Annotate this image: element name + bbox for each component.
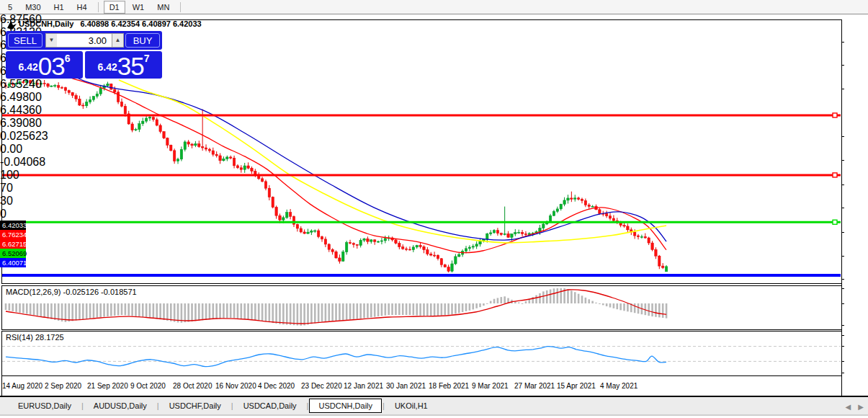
macd-bar xyxy=(198,303,200,321)
sell-button[interactable]: SELL xyxy=(8,33,42,48)
candle-body xyxy=(560,204,562,209)
sell-price-sup: 6 xyxy=(65,53,71,64)
macd-bar xyxy=(163,303,165,320)
candle-body xyxy=(120,102,122,106)
candle-body xyxy=(345,242,347,252)
candle-body xyxy=(233,158,235,166)
candle-body xyxy=(507,234,509,237)
candle-body xyxy=(331,249,334,252)
chart-title: USDCNH,Daily 6.40898 6.42354 6.40897 6.4… xyxy=(19,19,202,28)
timeframe-5[interactable]: 5 xyxy=(2,1,18,14)
macd-bar xyxy=(395,303,397,315)
tab-scroll-left-icon[interactable]: ◀ xyxy=(846,403,851,411)
candle-body xyxy=(398,244,401,247)
candle-body xyxy=(423,246,425,249)
macd-bar xyxy=(275,303,277,324)
macd-bar xyxy=(359,303,362,319)
macd-bar xyxy=(550,290,552,303)
tab-usdchf-daily[interactable]: USDCHF,Daily xyxy=(160,399,231,413)
macd-bar xyxy=(409,303,411,315)
volume-increase-button[interactable]: ▲ xyxy=(112,33,124,48)
macd-bar xyxy=(166,303,169,321)
macd-bar xyxy=(9,303,11,311)
tab-scroll-right-icon[interactable]: ▶ xyxy=(858,403,864,411)
candle-body xyxy=(201,146,203,148)
tab-usdcnh-daily[interactable]: USDCNH,Daily xyxy=(309,399,382,413)
tab-usdcad-daily[interactable]: USDCAD,Daily xyxy=(234,399,306,413)
macd-bar xyxy=(619,303,622,310)
buy-button[interactable]: BUY xyxy=(125,33,160,48)
tab-eurusd-daily[interactable]: EURUSD,Daily xyxy=(9,399,81,413)
macd-bar xyxy=(634,303,636,313)
candle-body xyxy=(571,198,573,199)
candle-body xyxy=(4,86,6,86)
timeframe-toolbar: 5M30H1H4D1W1MN xyxy=(0,0,868,14)
macd-bar xyxy=(419,303,421,316)
macd-bar xyxy=(212,303,215,319)
candle-body xyxy=(648,238,650,243)
candle-body xyxy=(552,211,555,215)
macd-bar xyxy=(560,288,562,303)
macd-bar xyxy=(585,298,587,303)
macd-bar xyxy=(574,292,576,303)
macd-bar xyxy=(5,303,7,310)
candle-body xyxy=(82,105,84,106)
volume-input[interactable] xyxy=(57,33,112,48)
timeframe-M30[interactable]: M30 xyxy=(19,1,46,14)
candle-body xyxy=(416,245,418,246)
candle-body xyxy=(468,247,470,249)
macd-label: MACD(12,26,9) -0.025126 -0.018571 xyxy=(6,288,137,296)
candle-body xyxy=(612,218,614,221)
candle-body xyxy=(465,249,467,252)
macd-bar xyxy=(451,303,453,314)
macd-bar xyxy=(12,303,14,311)
candle-body xyxy=(64,87,66,90)
candle-body xyxy=(166,138,169,146)
macd-bar xyxy=(153,303,155,319)
macd-bar xyxy=(648,303,650,316)
candle-body xyxy=(264,182,267,188)
candle-body xyxy=(145,118,147,121)
macd-bar xyxy=(226,303,228,318)
tab-ukoil-h1[interactable]: UKOil,H1 xyxy=(385,399,437,413)
macd-bar xyxy=(237,303,239,319)
candle-body xyxy=(321,236,323,239)
macd-bar xyxy=(307,303,309,324)
rsi-label: RSI(14) 28.1725 xyxy=(6,333,64,342)
timeframe-W1[interactable]: W1 xyxy=(127,1,151,14)
candle-body xyxy=(367,239,369,241)
buy-price-button[interactable]: 6.42357 xyxy=(85,51,162,79)
candle-body xyxy=(651,243,653,249)
macd-bar xyxy=(68,303,71,321)
candle-body xyxy=(359,240,362,245)
macd-bar xyxy=(215,303,218,319)
candle-body xyxy=(32,84,35,84)
macd-bar xyxy=(321,303,323,322)
macd-bar xyxy=(374,303,376,317)
macd-bar xyxy=(571,290,573,303)
macd-bar xyxy=(146,303,148,317)
macd-bar xyxy=(342,303,344,320)
tab-audusd-daily[interactable]: AUDUSD,Daily xyxy=(84,399,156,413)
tab-separator: | xyxy=(157,401,159,410)
macd-bar xyxy=(388,303,390,315)
macd-bar xyxy=(149,303,151,318)
candle-body xyxy=(68,91,70,93)
timeframe-MN[interactable]: MN xyxy=(151,1,175,14)
timeframe-D1[interactable]: D1 xyxy=(104,1,125,14)
candle-body xyxy=(12,84,14,84)
toolbar-separator xyxy=(180,2,181,12)
volume-decrease-button[interactable]: ▼ xyxy=(45,33,58,48)
sell-price-button[interactable]: 6.42036 xyxy=(6,51,83,79)
sell-price-main: 03 xyxy=(38,52,65,80)
timeframe-H4[interactable]: H4 xyxy=(71,1,93,14)
macd-bar xyxy=(127,303,130,316)
candle-body xyxy=(500,234,502,235)
macd-bar xyxy=(472,303,474,309)
timeframe-H1[interactable]: H1 xyxy=(48,1,70,14)
candle-body xyxy=(159,125,161,132)
macd-bar xyxy=(293,303,295,325)
candle-body xyxy=(444,264,446,267)
candle-body xyxy=(71,92,73,95)
macd-bar xyxy=(651,303,653,316)
